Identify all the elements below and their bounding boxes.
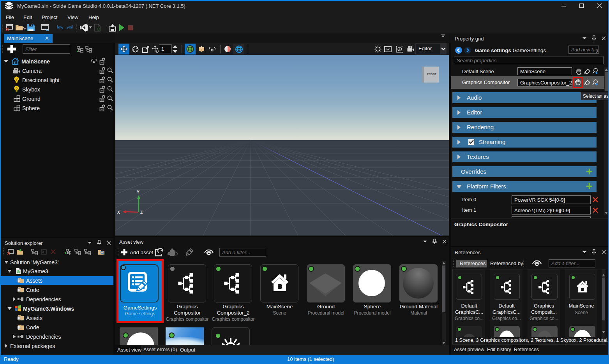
svg-text:Z: Z [140,210,143,215]
svg-text:Y: Y [137,190,139,194]
svg-text:X: X [117,210,120,215]
